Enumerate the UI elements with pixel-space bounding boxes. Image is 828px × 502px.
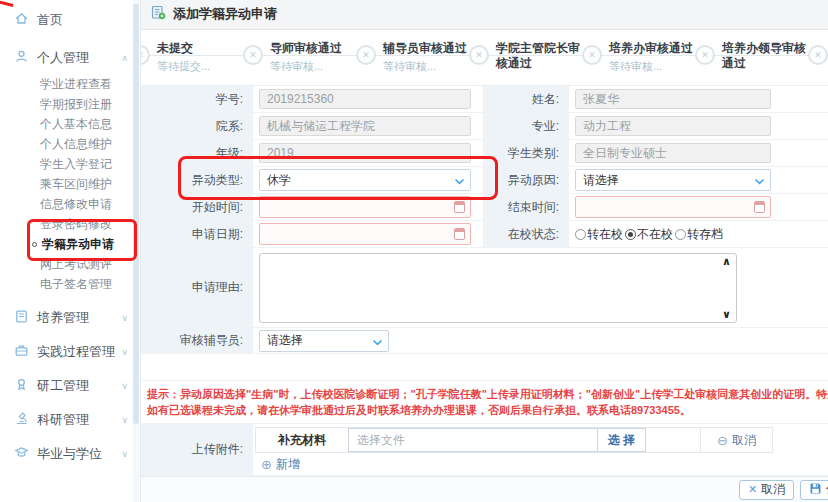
change-reason-label: 异动原因: <box>483 167 569 193</box>
sidebar-item-label: 学籍异动申请 <box>42 234 114 254</box>
change-reason-select[interactable]: 请选择 <box>575 169 771 191</box>
sidebar-item-home[interactable]: 首页 <box>14 8 130 32</box>
save-button[interactable]: 保存 <box>800 480 828 500</box>
sidebar-item[interactable]: 登录密码修改 <box>0 214 140 234</box>
status-change-form: 学号: 2019215360 姓名: 张夏华 院系: 机械与储运工程学院 专业:… <box>141 85 828 502</box>
calendar-icon[interactable] <box>454 201 465 213</box>
home-icon <box>14 11 29 29</box>
briefcase-icon <box>14 343 29 361</box>
change-type-select[interactable]: 休学 <box>259 169 471 191</box>
sidebar-item[interactable]: 乘车区间维护 <box>0 174 140 194</box>
attachment-row: 上传附件: 补充材料 选 择 ⊖ 取消 ⊕ 新增 <box>141 424 828 476</box>
sidebar: 首页 个人管理 ∧ 学业进程查看 学期报到注册 个人基本信息 个人信息维护 学生… <box>0 0 140 502</box>
step-training-leader: 培养办领导审核通过 <box>715 41 808 74</box>
sidebar-scrollbar-thumb[interactable] <box>133 4 139 424</box>
radio-option-not-in-school[interactable]: 不在校 <box>625 226 673 243</box>
form-row: 申请日期: 在校状态: 转在校 不在校 转存档 <box>141 221 828 248</box>
sidebar-personal-submenu: 学业进程查看 学期报到注册 个人基本信息 个人信息维护 学生入学登记 乘车区间维… <box>0 74 140 294</box>
plus-circle-icon: ⊕ <box>261 458 272 471</box>
start-time-label: 开始时间: <box>141 194 253 220</box>
page-title-bar: 添加学籍异动申请 <box>141 0 828 30</box>
step-circle-icon: ✕ <box>141 45 150 65</box>
cancel-button[interactable]: ✕ 取消 <box>739 480 794 500</box>
student-no-field: 2019215360 <box>259 89 471 109</box>
radio-icon[interactable] <box>675 229 686 240</box>
scroll-up-icon[interactable]: ∧ <box>722 255 731 268</box>
main-content: 添加学籍异动申请 ✕ 未提交 等待提交... ✕ 导师审核通过 等待审核... … <box>140 0 828 502</box>
form-row: 年级: 2019 学生类别: 全日制专业硕士 <box>141 140 828 167</box>
form-row: 异动类型: 休学 异动原因: 请选择 <box>141 167 828 194</box>
student-type-field: 全日制专业硕士 <box>575 143 771 163</box>
calendar-icon[interactable] <box>454 228 465 240</box>
sidebar-scrollbar[interactable] <box>133 0 139 502</box>
word-print-row: Word打印 <box>141 354 828 381</box>
change-type-label: 异动类型: <box>141 167 253 193</box>
form-add-icon <box>151 5 166 23</box>
sidebar-item[interactable]: 个人信息维护 <box>0 134 140 154</box>
sidebar-section-research[interactable]: 科研管理 ∨ <box>14 408 130 432</box>
radio-selected-icon[interactable] <box>625 229 636 240</box>
sidebar-item-status-change[interactable]: 学籍异动申请 <box>0 234 140 254</box>
grade-label: 年级: <box>141 140 253 166</box>
start-time-input[interactable] <box>259 196 471 218</box>
sidebar-item[interactable]: 学业进程查看 <box>0 74 140 94</box>
form-row: 学号: 2019215360 姓名: 张夏华 <box>141 86 828 113</box>
material-label: 补充材料 <box>256 432 348 449</box>
department-field: 机械与储运工程学院 <box>259 116 471 136</box>
sidebar-item[interactable]: 网上考试测评 <box>0 254 140 274</box>
sidebar-item[interactable]: 学期报到注册 <box>0 94 140 114</box>
book-icon <box>14 309 29 327</box>
form-row: 开始时间: 结束时间: <box>141 194 828 221</box>
section-label: 培养管理 <box>37 309 89 327</box>
sidebar-item[interactable]: 电子签名管理 <box>0 274 140 294</box>
chevron-down-icon <box>454 178 465 185</box>
section-label: 科研管理 <box>37 411 89 429</box>
hint-text: 提示：异动原因选择"生病"时，上传校医院诊断证明；"孔子学院任教"上传录用证明材… <box>141 381 828 424</box>
attachment-box: 补充材料 选 择 ⊖ 取消 <box>255 427 773 453</box>
student-type-label: 学生类别: <box>483 140 569 166</box>
chevron-down-icon[interactable]: ∨ <box>121 313 128 323</box>
chevron-down-icon[interactable]: ∨ <box>121 449 128 459</box>
sidebar-section-personal[interactable]: 个人管理 ∧ <box>14 46 130 70</box>
floppy-disk-icon <box>809 482 822 498</box>
calendar-icon[interactable] <box>754 201 765 213</box>
chevron-down-icon[interactable]: ∨ <box>121 347 128 357</box>
user-icon <box>14 49 29 67</box>
chevron-down-icon[interactable]: ∨ <box>121 381 128 391</box>
sidebar-item[interactable]: 信息修改申请 <box>0 194 140 214</box>
radio-option-transfer-in[interactable]: 转在校 <box>575 226 623 243</box>
close-icon: ✕ <box>748 483 757 496</box>
sidebar-section-practice[interactable]: 实践过程管理 ∨ <box>14 340 130 364</box>
chevron-down-icon[interactable]: ∨ <box>121 415 128 425</box>
apply-reason-textarea[interactable]: ∧ ∨ <box>259 253 737 323</box>
section-label: 毕业与学位 <box>37 445 102 463</box>
sidebar-section-graduate-work[interactable]: 研工管理 ∨ <box>14 374 130 398</box>
scroll-down-icon[interactable]: ∨ <box>722 308 731 321</box>
attachment-cancel-link[interactable]: ⊖ 取消 <box>700 428 772 452</box>
sidebar-section-degree[interactable]: 毕业与学位 ∨ <box>14 442 130 466</box>
apply-date-input[interactable] <box>259 223 471 245</box>
radio-option-archive[interactable]: 转存档 <box>675 226 723 243</box>
form-row: 审核辅导员: 请选择 <box>141 328 828 354</box>
chevron-up-icon[interactable]: ∧ <box>121 53 128 63</box>
step-circle-icon: ✕ <box>243 45 263 65</box>
major-field: 动力工程 <box>575 116 771 136</box>
counselor-select[interactable]: 请选择 <box>259 330 389 352</box>
radio-icon[interactable] <box>575 229 586 240</box>
file-input[interactable] <box>348 428 598 452</box>
microscope-icon <box>14 411 29 429</box>
step-not-submitted: 未提交 等待提交... <box>150 41 243 74</box>
active-bullet-icon <box>32 242 37 247</box>
choose-file-button[interactable]: 选 择 <box>598 428 646 452</box>
form-row: 院系: 机械与储运工程学院 专业: 动力工程 <box>141 113 828 140</box>
step-circle-icon: ✕ <box>356 45 376 65</box>
end-time-label: 结束时间: <box>483 194 569 220</box>
sidebar-item[interactable]: 学生入学登记 <box>0 154 140 174</box>
step-circle-icon: ✕ <box>808 45 828 65</box>
end-time-input[interactable] <box>575 196 771 218</box>
sidebar-section-training[interactable]: 培养管理 ∨ <box>14 306 130 330</box>
chevron-down-icon <box>372 339 383 346</box>
attachment-add-link[interactable]: ⊕ 新增 <box>261 456 300 473</box>
approval-steps: ✕ 未提交 等待提交... ✕ 导师审核通过 等待审核... ✕ 辅导员审核通过… <box>141 30 828 85</box>
sidebar-item[interactable]: 个人基本信息 <box>0 114 140 134</box>
